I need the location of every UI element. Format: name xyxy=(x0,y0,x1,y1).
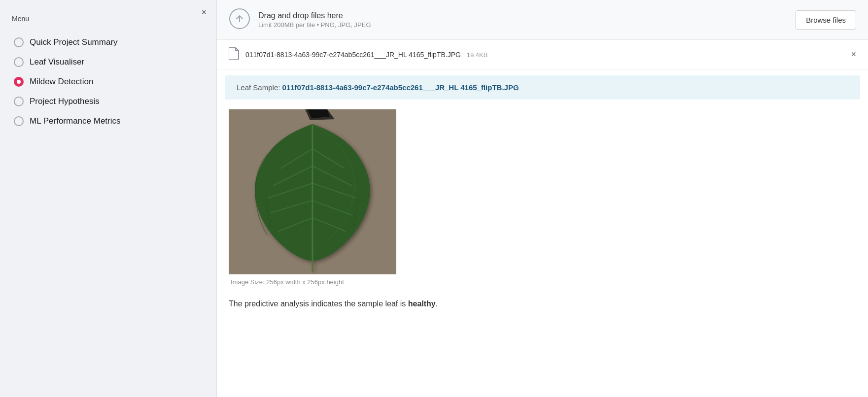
main-content: Drag and drop files here Limit 200MB per… xyxy=(217,0,868,397)
nav-label-quick-project-summary: Quick Project Summary xyxy=(30,37,118,47)
file-name: 011f07d1-8813-4a63-99c7-e274ab5cc261___J… xyxy=(245,51,845,59)
nav-list: Quick Project SummaryLeaf VisualiserMild… xyxy=(12,33,205,131)
nav-radio-ml-performance-metrics xyxy=(14,116,24,126)
sidebar-item-ml-performance-metrics[interactable]: ML Performance Metrics xyxy=(12,111,205,131)
sidebar-item-mildew-detection[interactable]: Mildew Detection xyxy=(12,72,205,92)
drag-drop-label: Drag and drop files here xyxy=(258,11,371,20)
sidebar-item-leaf-visualiser[interactable]: Leaf Visualiser xyxy=(12,52,205,72)
prediction-result-label: healthy xyxy=(408,299,436,308)
upload-text: Drag and drop files here Limit 200MB per… xyxy=(258,11,371,29)
leaf-image xyxy=(229,109,396,274)
browse-files-button[interactable]: Browse files xyxy=(796,10,856,30)
image-caption: Image Size: 256px width x 256px height xyxy=(229,278,856,286)
file-icon xyxy=(229,47,240,62)
leaf-sample-prefix: Leaf Sample: xyxy=(237,83,282,92)
nav-label-ml-performance-metrics: ML Performance Metrics xyxy=(30,116,121,126)
prediction-text-after: . xyxy=(436,299,438,308)
nav-radio-mildew-detection xyxy=(14,77,24,87)
close-button[interactable]: × xyxy=(201,8,207,17)
nav-radio-quick-project-summary xyxy=(14,37,24,47)
prediction-result: The predictive analysis indicates the sa… xyxy=(217,294,868,320)
leaf-sample-filename: 011f07d1-8813-4a63-99c7-e274ab5cc261___J… xyxy=(282,83,519,92)
prediction-text-before: The predictive analysis indicates the sa… xyxy=(229,299,408,308)
nav-label-leaf-visualiser: Leaf Visualiser xyxy=(30,57,84,67)
nav-label-mildew-detection: Mildew Detection xyxy=(30,77,93,87)
nav-radio-project-hypothesis xyxy=(14,97,24,106)
image-container: Image Size: 256px width x 256px height xyxy=(217,105,868,294)
upload-icon xyxy=(229,8,250,32)
file-size: 19.4KB xyxy=(467,51,488,59)
sidebar: × Menu Quick Project SummaryLeaf Visuali… xyxy=(0,0,217,397)
upload-left: Drag and drop files here Limit 200MB per… xyxy=(229,8,371,32)
upload-limit-label: Limit 200MB per file • PNG, JPG, JPEG xyxy=(258,21,371,29)
nav-radio-leaf-visualiser xyxy=(14,57,24,67)
file-row: 011f07d1-8813-4a63-99c7-e274ab5cc261___J… xyxy=(217,40,868,69)
upload-area: Drag and drop files here Limit 200MB per… xyxy=(217,0,868,40)
leaf-sample-bar: Leaf Sample: 011f07d1-8813-4a63-99c7-e27… xyxy=(225,75,860,99)
file-remove-button[interactable]: × xyxy=(851,49,856,60)
sidebar-item-quick-project-summary[interactable]: Quick Project Summary xyxy=(12,33,205,52)
menu-label: Menu xyxy=(12,15,205,23)
nav-label-project-hypothesis: Project Hypothesis xyxy=(30,97,100,106)
sidebar-item-project-hypothesis[interactable]: Project Hypothesis xyxy=(12,92,205,111)
